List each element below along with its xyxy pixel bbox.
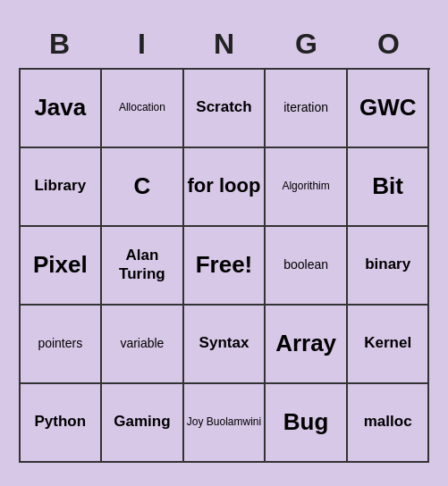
header-g: G bbox=[266, 24, 348, 64]
bingo-header: B I N G O bbox=[19, 24, 430, 64]
bingo-cell-18: Array bbox=[266, 306, 348, 384]
bingo-cell-6: C bbox=[102, 148, 184, 227]
bingo-card: B I N G O JavaAllocationScratchiteration… bbox=[10, 15, 439, 472]
bingo-cell-1: Allocation bbox=[102, 70, 184, 148]
bingo-cell-5: Library bbox=[21, 148, 103, 227]
cell-text-0: Java bbox=[34, 94, 86, 122]
cell-text-7: for loop bbox=[188, 174, 261, 197]
cell-text-16: variable bbox=[120, 336, 164, 351]
cell-text-19: Kernel bbox=[364, 334, 411, 352]
bingo-cell-11: Alan Turing bbox=[102, 227, 184, 306]
cell-text-15: pointers bbox=[38, 336, 82, 351]
cell-text-1: Allocation bbox=[119, 101, 165, 113]
bingo-cell-9: Bit bbox=[348, 148, 430, 227]
cell-text-11: Alan Turing bbox=[105, 247, 180, 283]
bingo-cell-23: Bug bbox=[266, 384, 348, 463]
bingo-cell-24: malloc bbox=[348, 384, 430, 463]
cell-text-2: Scratch bbox=[196, 98, 251, 116]
cell-text-13: boolean bbox=[283, 257, 328, 272]
cell-text-22: Joy Buolamwini bbox=[187, 415, 261, 428]
cell-text-3: iteration bbox=[283, 100, 328, 115]
bingo-cell-8: Algorithim bbox=[266, 148, 348, 227]
cell-text-24: malloc bbox=[364, 413, 412, 431]
bingo-cell-12: Free! bbox=[184, 227, 266, 306]
bingo-cell-10: Pixel bbox=[21, 227, 103, 306]
bingo-cell-15: pointers bbox=[21, 306, 103, 384]
cell-text-8: Algorithim bbox=[282, 180, 329, 192]
bingo-cell-14: binary bbox=[348, 227, 430, 306]
bingo-grid: JavaAllocationScratchiterationGWCLibrary… bbox=[19, 68, 430, 463]
header-b: B bbox=[19, 24, 101, 64]
cell-text-14: binary bbox=[365, 256, 410, 273]
bingo-cell-3: iteration bbox=[266, 70, 348, 148]
cell-text-20: Python bbox=[34, 413, 86, 431]
cell-text-23: Bug bbox=[283, 408, 329, 436]
bingo-cell-16: variable bbox=[102, 306, 184, 384]
bingo-cell-13: boolean bbox=[266, 227, 348, 306]
bingo-cell-22: Joy Buolamwini bbox=[184, 384, 266, 463]
header-o: O bbox=[348, 24, 430, 64]
cell-text-9: Bit bbox=[372, 172, 403, 200]
bingo-cell-19: Kernel bbox=[348, 306, 430, 384]
bingo-cell-17: Syntax bbox=[184, 306, 266, 384]
bingo-cell-20: Python bbox=[21, 384, 103, 463]
header-i: I bbox=[101, 24, 183, 64]
header-n: N bbox=[183, 24, 266, 64]
cell-text-6: C bbox=[134, 172, 151, 200]
cell-text-5: Library bbox=[34, 177, 86, 195]
cell-text-10: Pixel bbox=[33, 251, 88, 279]
cell-text-21: Gaming bbox=[114, 413, 170, 431]
bingo-cell-7: for loop bbox=[184, 148, 266, 227]
bingo-cell-2: Scratch bbox=[184, 70, 266, 148]
cell-text-18: Array bbox=[275, 330, 336, 357]
bingo-cell-4: GWC bbox=[348, 70, 430, 148]
bingo-cell-21: Gaming bbox=[102, 384, 184, 463]
cell-text-12: Free! bbox=[196, 251, 253, 279]
cell-text-17: Syntax bbox=[199, 334, 249, 352]
cell-text-4: GWC bbox=[359, 94, 417, 122]
bingo-cell-0: Java bbox=[21, 70, 103, 148]
